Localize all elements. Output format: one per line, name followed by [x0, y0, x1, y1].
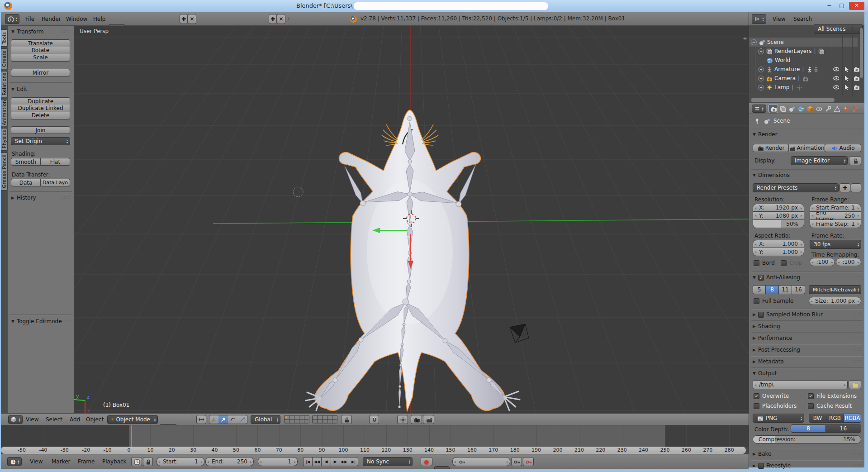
- add-layout-button[interactable]: ✚: [180, 14, 188, 24]
- output-panel-header[interactable]: ▼Output: [753, 370, 777, 377]
- data-transfer-data-button[interactable]: Data: [11, 179, 41, 186]
- tab-create[interactable]: Create: [1, 48, 8, 69]
- manipulator-axes-icon[interactable]: [209, 415, 219, 424]
- rotate-button[interactable]: Rotate: [11, 47, 70, 54]
- freestyle-panel-header[interactable]: ▶Freestyle: [753, 462, 791, 469]
- delete-scene-button[interactable]: ✕: [277, 14, 285, 24]
- render-presets-select[interactable]: Render Presets: [753, 183, 839, 192]
- shade-flat-button[interactable]: Flat: [41, 158, 70, 166]
- transform-panel-header[interactable]: ▼Transform: [11, 29, 44, 35]
- render-audio-button[interactable]: Audio: [825, 144, 861, 152]
- start-frame-field[interactable]: Start:1: [157, 457, 204, 466]
- outliner-row-world[interactable]: World: [749, 56, 858, 65]
- maximize-button[interactable]: ▢: [836, 2, 848, 10]
- play-reverse-button[interactable]: ◀: [321, 457, 330, 466]
- armature-visibility-row-icons[interactable]: [833, 66, 859, 73]
- translate-button[interactable]: Translate: [11, 39, 70, 47]
- data-transfer-layout-button[interactable]: Data Layo: [41, 179, 70, 186]
- aspect-x-field[interactable]: X:1.000: [753, 240, 804, 248]
- channels-bw-button[interactable]: BW: [809, 414, 826, 423]
- delete-button[interactable]: Delete: [11, 112, 70, 119]
- vp-menu-view[interactable]: View: [26, 415, 38, 424]
- performance-panel-header[interactable]: ▶Performance: [753, 335, 792, 341]
- prev-keyframe-button[interactable]: ◀◀: [312, 457, 321, 466]
- viewport-3d[interactable]: y z x User Persp (1) Box01 +: [74, 26, 749, 413]
- tab-grease-pencil[interactable]: Grease Pencil: [1, 153, 8, 191]
- tab-scene-properties[interactable]: [787, 105, 796, 113]
- lock-time-toggle[interactable]: [143, 457, 153, 466]
- mode-select[interactable]: Object Mode: [107, 415, 158, 424]
- tab-relations[interactable]: Relations: [1, 71, 8, 97]
- minimize-button[interactable]: −: [823, 2, 835, 10]
- history-panel-header[interactable]: ▶History: [11, 195, 36, 201]
- placeholders-checkbox[interactable]: Placeholders: [754, 403, 797, 409]
- add-preset-button[interactable]: ✚: [840, 183, 850, 192]
- start-frame-field[interactable]: Start Frame:1: [810, 204, 861, 212]
- duplicate-linked-button[interactable]: Duplicate Linked: [11, 105, 70, 112]
- color-depth-8-button[interactable]: 8: [791, 424, 826, 433]
- outliner-row-renderlayers[interactable]: + RenderLayers|: [749, 47, 858, 56]
- file-format-select[interactable]: PNG: [753, 414, 804, 423]
- aa-size-field[interactable]: Size:1.000 px: [809, 297, 861, 305]
- resolution-y-field[interactable]: Y:1080 px: [753, 212, 804, 220]
- aa-samples-8[interactable]: 8: [766, 285, 779, 294]
- tab-object-properties[interactable]: [805, 105, 814, 113]
- aa-samples-5[interactable]: 5: [753, 285, 766, 294]
- add-scene-button[interactable]: ✚: [269, 14, 277, 24]
- dimensions-panel-header[interactable]: ▼Dimensions: [753, 172, 790, 178]
- render-animation-button[interactable]: Animation: [789, 144, 825, 152]
- active-keying-set-field[interactable]: [452, 457, 510, 466]
- join-button[interactable]: Join: [11, 126, 70, 134]
- crop-checkbox[interactable]: Crop: [781, 260, 802, 266]
- tab-physics[interactable]: Physics: [1, 128, 8, 151]
- current-frame-field[interactable]: 1: [258, 457, 298, 466]
- frame-rate-select[interactable]: 30 fps: [810, 240, 861, 249]
- antialiasing-panel-header[interactable]: ▼✓Anti-Aliasing: [753, 274, 800, 281]
- opengl-render-button[interactable]: [411, 415, 422, 424]
- resolution-scale-slider[interactable]: 50%: [753, 220, 804, 228]
- tab-tools[interactable]: Tools: [1, 29, 8, 47]
- editor-type-timeline-button[interactable]: [7, 457, 22, 466]
- timeline-ruler[interactable]: -50-40-30-20-100102030405060708090100110…: [1, 447, 749, 454]
- tab-render-layers[interactable]: [778, 105, 787, 113]
- frame-step-field[interactable]: Frame Step:1: [810, 220, 861, 228]
- menu-render[interactable]: Render: [39, 14, 64, 24]
- timeline-band[interactable]: [1, 425, 749, 447]
- next-keyframe-button[interactable]: ▶▶: [340, 457, 349, 466]
- manipulator-scale-toggle[interactable]: [237, 415, 247, 424]
- remove-preset-button[interactable]: −: [851, 183, 861, 192]
- scale-button[interactable]: Scale: [11, 54, 70, 62]
- play-button[interactable]: ▶: [331, 457, 340, 466]
- channels-rgba-button[interactable]: RGBA: [844, 414, 861, 423]
- render-display-select[interactable]: Image Editor: [791, 156, 848, 165]
- cache-result-checkbox[interactable]: Cache Result: [808, 403, 852, 409]
- aa-samples-16[interactable]: 16: [792, 285, 805, 294]
- shade-smooth-button[interactable]: Smooth: [11, 158, 41, 166]
- remap-old-field[interactable]: :100: [810, 258, 835, 266]
- time-toggle-button[interactable]: [131, 457, 142, 466]
- lock-to-scene-toggle[interactable]: [341, 415, 352, 424]
- record-button[interactable]: ●: [421, 457, 432, 466]
- compression-slider[interactable]: Compression:15%: [753, 435, 861, 443]
- layers-grid[interactable]: [284, 415, 337, 424]
- set-origin-select[interactable]: Set Origin: [11, 137, 70, 145]
- antialiasing-checkbox[interactable]: ✓: [758, 275, 764, 281]
- editor-type-properties-button[interactable]: [752, 105, 766, 113]
- lamp-visibility-row-icons[interactable]: [833, 84, 859, 91]
- mirror-button[interactable]: Mirror: [11, 69, 70, 76]
- tab-animation[interactable]: Animation: [1, 99, 8, 126]
- channels-rgb-button[interactable]: RGB: [826, 414, 844, 423]
- end-frame-field[interactable]: End Frame:250: [810, 212, 861, 220]
- metadata-panel-header[interactable]: ▶Metadata: [753, 358, 784, 365]
- jump-to-start-button[interactable]: |◀: [303, 457, 312, 466]
- vp-menu-select[interactable]: Select: [46, 415, 62, 424]
- outliner-vertical-scrollbar[interactable]: [860, 28, 863, 78]
- outliner-horizontal-scrollbar[interactable]: [751, 98, 835, 102]
- menu-file[interactable]: File: [23, 14, 37, 24]
- file-extensions-checkbox[interactable]: ✓File Extensions: [808, 393, 857, 399]
- pin-icon[interactable]: [754, 118, 760, 124]
- tab-object-data[interactable]: [832, 105, 841, 113]
- display-lock-button[interactable]: [849, 156, 861, 165]
- tab-texture[interactable]: [850, 105, 859, 113]
- editor-type-3dview-button[interactable]: [8, 415, 23, 424]
